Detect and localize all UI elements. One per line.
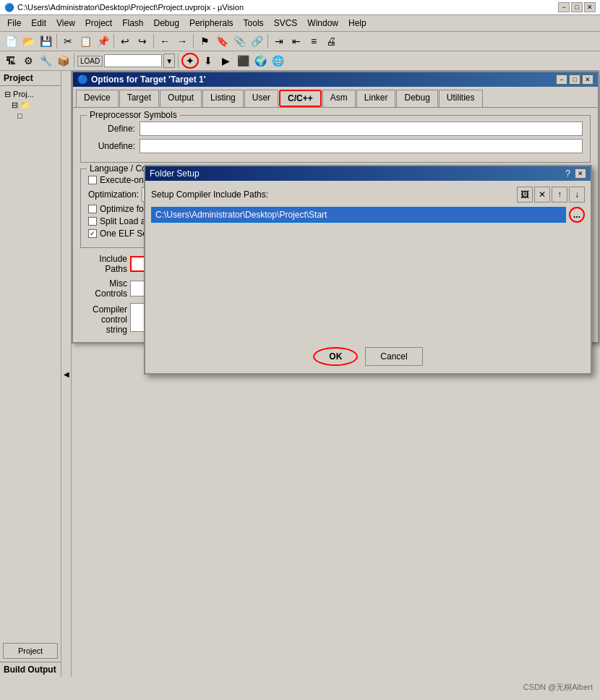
tb-bookmark4[interactable]: 🔗 [249,33,265,49]
menu-project[interactable]: Project [81,17,116,30]
undefine-row: Undefine: [88,139,583,153]
tb-download[interactable]: ⬇ [200,53,216,69]
tab-device[interactable]: Device [76,90,119,107]
tb-paste[interactable]: 📌 [95,33,111,49]
menu-flash[interactable]: Flash [118,17,147,30]
preprocessor-label: Preprocessor Symbols [87,110,180,120]
build-output-label: Build Output [0,662,61,677]
tb-build4[interactable]: 📦 [55,53,71,69]
undefine-input[interactable] [140,139,583,153]
menu-debug[interactable]: Debug [150,17,184,30]
tb-back[interactable]: ← [157,33,173,49]
opt-time-cb[interactable] [88,205,97,213]
compiler-control-label: Compilercontrolstring [80,303,127,335]
menu-edit[interactable]: Edit [27,17,51,30]
target-input[interactable]: Target 1 [104,54,162,67]
folder-tb-up-btn[interactable]: ↑ [552,187,567,202]
tab-listing[interactable]: Listing [202,90,244,107]
tb-indent[interactable]: ⇥ [271,33,287,49]
tb-stop[interactable]: ⬛ [235,53,251,69]
menu-peripherals[interactable]: Peripherals [185,17,238,30]
minimize-btn[interactable]: − [558,2,570,12]
menu-tools[interactable]: Tools [239,17,268,30]
tb-open[interactable]: 📂 [20,33,36,49]
tb-build2[interactable]: ⚙ [20,53,36,69]
tab-user[interactable]: User [244,90,278,107]
tree-item-2[interactable]: □ [3,111,58,121]
project-panel-label: Project [0,71,61,86]
maximize-btn[interactable]: □ [571,2,583,12]
folder-path-input[interactable] [151,207,566,223]
options-dialog-titlebar: 🔵 Options for Target 'Target 1' − □ ✕ [73,72,598,87]
tab-asm[interactable]: Asm [322,90,356,107]
tab-utilities[interactable]: Utilities [439,90,483,107]
tab-debug[interactable]: Debug [396,90,437,107]
folder-header-row: Setup Compiler Include Paths: 🖼 ✕ ↑ ↓ [151,187,585,202]
tb-fwd[interactable]: → [174,33,190,49]
menu-help[interactable]: Help [344,17,371,30]
tb-env2[interactable]: 🌐 [270,53,286,69]
one-elf-cb[interactable] [88,229,97,238]
tab-linker[interactable]: Linker [356,90,396,107]
folder-tb-down-btn[interactable]: ↓ [569,187,585,202]
folder-question-mark[interactable]: ? [565,168,570,179]
define-input[interactable] [140,121,583,136]
menu-window[interactable]: Window [303,17,343,30]
dialog-minimize-btn[interactable]: − [556,74,567,85]
ok-cancel-area: OK Cancel [145,340,591,373]
tab-project[interactable]: Project [3,643,58,659]
folder-tb-delete-btn[interactable]: ✕ [534,187,550,202]
tb-undo[interactable]: ↩ [117,33,133,49]
title-bar-controls: − □ ✕ [558,2,596,12]
close-btn[interactable]: ✕ [584,2,596,12]
tb-build3[interactable]: 🔧 [38,53,53,69]
sep6 [74,54,74,68]
tree-item-1[interactable]: ⊟ 📁 [3,100,58,111]
tb-bookmark3[interactable]: 📎 [231,33,247,49]
folder-setup-label: Setup Compiler Include Paths: [151,189,268,200]
tab-target[interactable]: Target [119,90,159,107]
menu-file[interactable]: File [3,17,25,30]
tb-build1[interactable]: 🏗 [3,53,19,69]
folder-path-row: ... [151,207,585,223]
ok-btn[interactable]: OK [313,347,358,366]
app-icon: 🔵 [4,3,14,12]
tb-bookmark1[interactable]: ⚑ [197,33,213,49]
tb-format[interactable]: ≡ [306,33,322,49]
options-tab-bar: Device Target Output Listing User C/C++ … [73,87,598,107]
tb-save[interactable]: 💾 [38,33,53,49]
misc-controls-label: MiscControls [80,278,127,299]
side-arrow-left[interactable]: ◀ [61,71,72,677]
tab-cpp[interactable]: C/C++ [279,90,322,107]
folder-toolbar: 🖼 ✕ ↑ ↓ [517,187,585,202]
options-for-target-btn[interactable]: ✦ [181,53,199,69]
tb-copy[interactable]: 📋 [77,33,93,49]
tb-bookmark2[interactable]: 🔖 [214,33,230,49]
tb-env1[interactable]: 🌍 [252,53,268,69]
split-load-cb[interactable] [88,217,97,226]
main-layout: Project ⊟ Proj... ⊟ 📁 □ Project Build Ou… [0,71,600,677]
tb-new[interactable]: 📄 [3,33,19,49]
undefine-label: Undefine: [88,141,135,151]
sep5 [267,34,268,48]
folder-dialog: Folder Setup ? ✕ Setup Compiler Include … [144,165,592,375]
tb-cut[interactable]: ✂ [60,33,76,49]
tb-run[interactable]: ▶ [218,53,233,69]
folder-close-btn[interactable]: ✕ [575,168,586,179]
folder-tb-img-btn[interactable]: 🖼 [517,187,533,202]
menu-view[interactable]: View [52,17,80,30]
target-dropdown-arrow[interactable]: ▼ [163,54,175,68]
dialog-close-btn[interactable]: ✕ [582,74,593,85]
menu-svcs[interactable]: SVCS [270,17,302,30]
tree-root[interactable]: ⊟ Proj... [3,89,58,100]
tb-print[interactable]: 🖨 [323,33,339,49]
cancel-btn[interactable]: Cancel [365,347,422,366]
tb-redo[interactable]: ↪ [134,33,150,49]
tab-output[interactable]: Output [160,90,202,107]
tb-outdent[interactable]: ⇤ [288,33,304,49]
dialog-maximize-btn[interactable]: □ [569,74,580,85]
folder-path-btn[interactable]: ... [569,207,585,223]
folder-dialog-title: Folder Setup [150,168,200,179]
sep2 [113,34,114,48]
execute-only-cb[interactable] [88,176,97,184]
